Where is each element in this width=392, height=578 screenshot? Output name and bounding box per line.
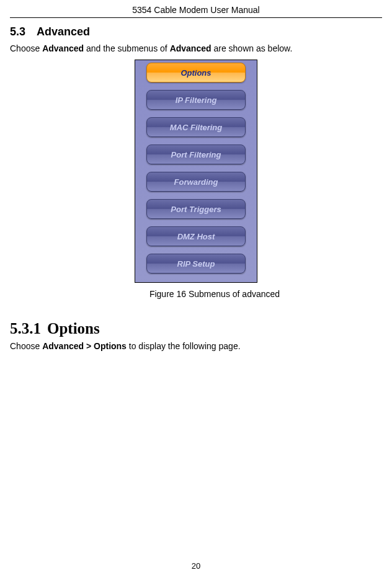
text-fragment: Choose: [10, 43, 42, 53]
menu-label: IP Filtering: [176, 96, 217, 105]
subsection-title: Options: [47, 320, 100, 337]
text-fragment: Choose: [10, 341, 42, 351]
page-header-title: 5354 Cable Modem User Manual: [10, 0, 382, 18]
section-5-3-1-heading: 5.3.1Options: [10, 320, 382, 337]
section-title: Advanced: [37, 25, 90, 38]
menu-options[interactable]: Options: [146, 63, 246, 82]
text-fragment: to display the following page.: [127, 341, 241, 351]
text-fragment: and the submenus of: [84, 43, 170, 53]
figure-16: Options IP Filtering MAC Filtering Port …: [10, 60, 382, 299]
text-bold: Advanced: [42, 43, 84, 53]
menu-mac-filtering[interactable]: MAC Filtering: [146, 117, 246, 137]
section-5-3-intro: Choose Advanced and the submenus of Adva…: [10, 43, 382, 53]
figure-caption: Figure 16 Submenus of advanced: [149, 289, 280, 299]
text-fragment: are shown as below.: [212, 43, 293, 53]
menu-forwarding[interactable]: Forwarding: [146, 172, 246, 192]
section-5-3-1-intro: Choose Advanced > Options to display the…: [10, 341, 382, 351]
menu-label: Forwarding: [174, 177, 218, 187]
menu-port-filtering[interactable]: Port Filtering: [146, 144, 246, 164]
text-bold: Advanced > Options: [42, 341, 127, 351]
menu-label: RIP Setup: [177, 259, 215, 269]
subsection-number: 5.3.1: [10, 320, 41, 337]
menu-rip-setup[interactable]: RIP Setup: [146, 254, 246, 273]
menu-dmz-host[interactable]: DMZ Host: [146, 226, 246, 246]
menu-ip-filtering[interactable]: IP Filtering: [146, 90, 246, 110]
menu-label: DMZ Host: [177, 232, 215, 241]
text-bold: Advanced: [170, 43, 212, 53]
menu-label: Options: [180, 68, 211, 78]
menu-label: MAC Filtering: [170, 123, 223, 132]
section-5-3-heading: 5.3Advanced: [10, 25, 382, 38]
menu-port-triggers[interactable]: Port Triggers: [146, 199, 246, 219]
menu-label: Port Triggers: [171, 205, 221, 214]
menu-label: Port Filtering: [171, 150, 221, 159]
page-number: 20: [0, 561, 392, 571]
advanced-submenu-panel: Options IP Filtering MAC Filtering Port …: [135, 60, 257, 283]
section-number: 5.3: [10, 25, 25, 38]
